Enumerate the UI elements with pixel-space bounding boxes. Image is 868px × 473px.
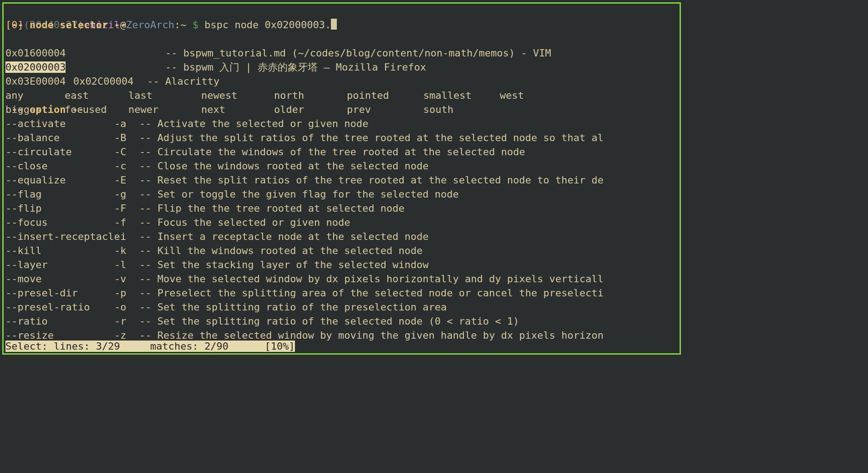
option-short: -g: [114, 187, 139, 201]
option-row[interactable]: --kill-k-- Kill the windows rooted at th…: [4, 244, 680, 258]
option-long: --flip: [5, 201, 114, 215]
option-short: -p: [114, 286, 139, 300]
option-short: -a: [114, 117, 139, 131]
command-input[interactable]: bspc node 0x02000003.: [204, 19, 331, 31]
status-percent: [10%]: [265, 341, 295, 352]
option-desc: -- Reset the split ratios of the tree ro…: [139, 173, 604, 187]
node-id2: 0x02C00004: [73, 74, 141, 88]
option-long: --move: [5, 272, 114, 286]
option-desc: -- Focus the selected or given node: [139, 215, 350, 229]
option-short: -r: [114, 314, 139, 328]
keyword[interactable]: older: [274, 102, 347, 117]
option-row[interactable]: --activate-a-- Activate the selected or …: [4, 117, 680, 131]
option-long: --presel-dir: [5, 286, 114, 300]
keyword[interactable]: west: [500, 88, 559, 102]
option-short: -B: [114, 131, 139, 145]
cursor-icon: [331, 19, 337, 30]
status-bar: Select: lines: 3/29 matches: 2/90 [10%]: [4, 339, 680, 353]
option-desc: -- Move the selected window by dx pixels…: [139, 272, 604, 286]
option-row[interactable]: --balance-B-- Adjust the split ratios of…: [4, 131, 680, 145]
option-long: --balance: [5, 131, 114, 145]
status-lines-label: lines:: [54, 341, 96, 352]
option-row[interactable]: --layer-l-- Set the stacking layer of th…: [4, 258, 680, 272]
option-row[interactable]: --circulate-C-- Circulate the windows of…: [4, 145, 680, 159]
keyword[interactable]: smallest: [423, 88, 500, 102]
prompt-dollar-icon: $: [186, 19, 204, 31]
option-desc: -- Flip the the tree rooted at selected …: [139, 201, 405, 215]
node-desc: -- bspwm_tutorial.md (~/codes/blog/conte…: [165, 46, 551, 60]
option-desc: -- Set the splitting ratio of the select…: [139, 314, 519, 328]
option-long: --close: [5, 159, 114, 173]
option-desc: -- Adjust the split ratios of the tree r…: [139, 131, 604, 145]
prompt-line[interactable]: [0](20:40:27)ehizil@ZeroArch:~ $ bspc no…: [4, 4, 680, 18]
node-id-selected: 0x02000003: [5, 61, 66, 73]
option-short: -c: [114, 159, 139, 173]
keyword[interactable]: newer: [128, 102, 201, 117]
keyword[interactable]: any: [5, 88, 65, 102]
option-row[interactable]: --presel-ratio-o-- Set the splitting rat…: [4, 300, 680, 314]
option-desc: -- Circulate the windows of the tree roo…: [139, 145, 525, 159]
terminal-window[interactable]: [0](20:40:27)ehizil@ZeroArch:~ $ bspc no…: [2, 2, 681, 355]
option-long: --insert-receptacle: [5, 229, 114, 244]
option-short: -F: [114, 201, 139, 215]
node-id: 0x01600004: [5, 46, 73, 60]
option-row[interactable]: --ratio-r-- Set the splitting ratio of t…: [4, 314, 680, 328]
option-desc: -- Insert a receptacle node at the selec…: [139, 229, 429, 244]
keyword[interactable]: south: [423, 102, 500, 117]
option-long: --kill: [5, 244, 114, 258]
keyword[interactable]: last: [128, 88, 201, 102]
node-row[interactable]: 0x01600004 -- bspwm_tutorial.md (~/codes…: [4, 32, 680, 46]
option-long: --presel-ratio: [5, 300, 114, 314]
option-desc: -- Set the splitting ratio of the presel…: [139, 300, 447, 314]
keyword[interactable]: newest: [201, 88, 274, 102]
option-desc: -- Preselect the splitting area of the s…: [139, 286, 604, 300]
node-id: 0x03E00004: [5, 74, 73, 88]
option-short: -f: [114, 215, 139, 229]
option-short: -E: [114, 173, 139, 187]
option-row[interactable]: --close-c-- Close the windows rooted at …: [4, 159, 680, 173]
option-row[interactable]: --move-v-- Move the selected window by d…: [4, 272, 680, 286]
option-row[interactable]: --presel-dir-p-- Preselect the splitting…: [4, 286, 680, 300]
keyword[interactable]: north: [274, 88, 347, 102]
option-desc: -- Set or toggle the given flag for the …: [139, 187, 459, 201]
option-row[interactable]: --focus-f-- Focus the selected or given …: [4, 215, 680, 229]
option-long: --activate: [5, 117, 114, 131]
option-short: -k: [114, 244, 139, 258]
keyword[interactable]: east: [65, 88, 128, 102]
keyword[interactable]: next: [201, 102, 274, 117]
status-matches-label: matches:: [150, 341, 204, 352]
option-long: --circulate: [5, 145, 114, 159]
option-long: --ratio: [5, 314, 114, 328]
status-matches-value: 2/90: [204, 341, 228, 352]
option-row[interactable]: --flip-F-- Flip the the tree rooted at s…: [4, 201, 680, 215]
section-node-selector: -- node selector --: [4, 18, 680, 32]
option-row[interactable]: --insert-receptacle-i-- Insert a recepta…: [4, 229, 680, 244]
option-row[interactable]: --flag-g-- Set or toggle the given flag …: [4, 187, 680, 201]
status-lines-value: 3/29: [96, 341, 120, 352]
option-desc: -- Kill the windows rooted at the select…: [139, 244, 423, 258]
prompt-cwd: ~: [180, 19, 186, 31]
prompt-sep: :: [174, 19, 180, 31]
option-long: --flag: [5, 187, 114, 201]
option-long: --equalize: [5, 173, 114, 187]
node-desc: -- Alacritty: [147, 74, 219, 88]
option-short: -C: [114, 145, 139, 159]
option-long: --focus: [5, 215, 114, 229]
status-select: Select:: [5, 341, 54, 352]
option-desc: -- Set the stacking layer of the selecte…: [139, 258, 429, 272]
option-short: -v: [114, 272, 139, 286]
keyword[interactable]: pointed: [347, 88, 423, 102]
prompt-host: ZeroArch: [126, 19, 174, 31]
keyword[interactable]: prev: [347, 102, 423, 117]
option-short: -o: [114, 300, 139, 314]
node-desc: -- bspwm 入门 | 赤赤的象牙塔 – Mozilla Firefox: [165, 60, 426, 74]
option-desc: -- Activate the selected or given node: [139, 117, 368, 131]
option-desc: -- Close the windows rooted at the selec…: [139, 159, 429, 173]
option-row[interactable]: --equalize-E-- Reset the split ratios of…: [4, 173, 680, 187]
option-short: -i: [114, 229, 139, 244]
option-long: --layer: [5, 258, 114, 272]
option-short: -l: [114, 258, 139, 272]
